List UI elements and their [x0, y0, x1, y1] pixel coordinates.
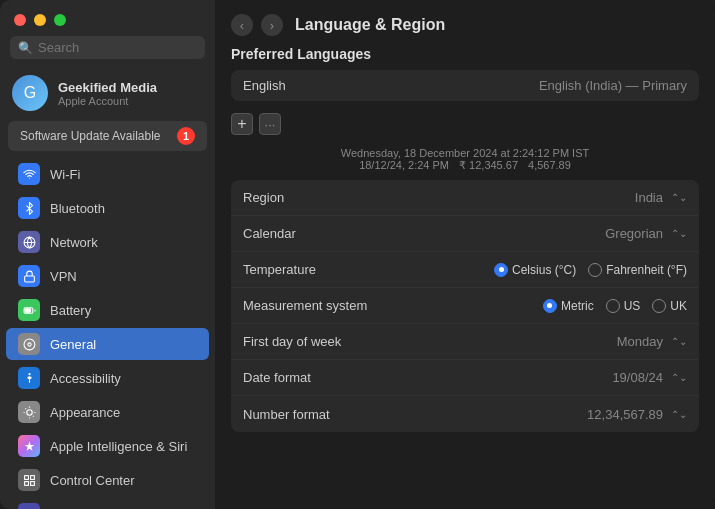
sidebar-item-bluetooth[interactable]: Bluetooth — [6, 192, 209, 224]
profile-section[interactable]: G Geekified Media Apple Account — [0, 69, 215, 117]
appearance-icon — [18, 401, 40, 423]
radio-option[interactable]: US — [606, 299, 641, 313]
languages-card: English English (India) — Primary — [231, 70, 699, 101]
sidebar-item-vpn[interactable]: VPN — [6, 260, 209, 292]
radio-option[interactable]: Fahrenheit (°F) — [588, 263, 687, 277]
sidebar-item-label-control: Control Center — [50, 473, 135, 488]
setting-label: Measurement system — [243, 298, 367, 313]
radio-group: Celsius (°C)Fahrenheit (°F) — [494, 263, 687, 277]
minimize-button[interactable] — [34, 14, 46, 26]
radio-selected[interactable] — [494, 263, 508, 277]
setting-dropdown-value: 12,34,567.89 — [587, 407, 663, 422]
setting-row-number-format[interactable]: Number format12,34,567.89⌃⌄ — [231, 396, 699, 432]
add-language-button[interactable]: + — [231, 113, 253, 135]
setting-row-region[interactable]: RegionIndia⌃⌄ — [231, 180, 699, 216]
profile-text: Geekified Media Apple Account — [58, 80, 157, 107]
sidebar-item-accessibility[interactable]: Accessibility — [6, 362, 209, 394]
svg-rect-15 — [30, 475, 34, 479]
update-badge: 1 — [177, 127, 195, 145]
sidebar-item-battery[interactable]: Battery — [6, 294, 209, 326]
radio-label: Metric — [561, 299, 594, 313]
sidebar-item-label-wifi: Wi-Fi — [50, 167, 80, 182]
radio-option[interactable]: Celsius (°C) — [494, 263, 576, 277]
radio-unselected[interactable] — [606, 299, 620, 313]
datetime-bar: Wednesday, 18 December 2024 at 2:24:12 P… — [231, 141, 699, 180]
sidebar-item-control[interactable]: Control Center — [6, 464, 209, 496]
setting-value: MetricUSUK — [543, 299, 687, 313]
svg-line-10 — [25, 408, 26, 409]
svg-point-6 — [28, 373, 30, 375]
sidebar-item-wifi[interactable]: Wi-Fi — [6, 158, 209, 190]
sidebar-item-ai[interactable]: Apple Intelligence & Siri — [6, 430, 209, 462]
radio-group: MetricUSUK — [543, 299, 687, 313]
setting-label: Date format — [243, 370, 311, 385]
search-input[interactable] — [38, 40, 197, 55]
close-button[interactable] — [14, 14, 26, 26]
radio-label: UK — [670, 299, 687, 313]
setting-row-calendar[interactable]: CalendarGregorian⌃⌄ — [231, 216, 699, 252]
datetime-date: 18/12/24, 2:24 PM — [359, 159, 449, 172]
setting-dropdown-value: Monday — [617, 334, 663, 349]
sidebar-item-label-ai: Apple Intelligence & Siri — [50, 439, 187, 454]
setting-label: Number format — [243, 407, 330, 422]
setting-row-date-format[interactable]: Date format19/08/24⌃⌄ — [231, 360, 699, 396]
traffic-lights — [0, 0, 215, 36]
setting-row-temperature[interactable]: TemperatureCelsius (°C)Fahrenheit (°F) — [231, 252, 699, 288]
radio-label: US — [624, 299, 641, 313]
sidebar-item-label-battery: Battery — [50, 303, 91, 318]
radio-unselected[interactable] — [588, 263, 602, 277]
accessibility-icon — [18, 367, 40, 389]
setting-value: 12,34,567.89⌃⌄ — [587, 407, 687, 422]
page-title: Language & Region — [295, 16, 445, 34]
forward-button[interactable]: › — [261, 14, 283, 36]
main-header: ‹ › Language & Region — [215, 0, 715, 46]
setting-value: 19/08/24⌃⌄ — [612, 370, 687, 385]
chevron-down-icon: ⌃⌄ — [671, 228, 687, 239]
datetime-main: Wednesday, 18 December 2024 at 2:24:12 P… — [231, 147, 699, 159]
setting-row-first-day-of-week[interactable]: First day of weekMonday⌃⌄ — [231, 324, 699, 360]
radio-option[interactable]: UK — [652, 299, 687, 313]
fullscreen-button[interactable] — [54, 14, 66, 26]
datetime-number: 4,567.89 — [528, 159, 571, 172]
setting-row-measurement-system[interactable]: Measurement systemMetricUSUK — [231, 288, 699, 324]
update-label: Software Update Available — [20, 129, 171, 143]
chevron-down-icon: ⌃⌄ — [671, 192, 687, 203]
sidebar-item-label-bluetooth: Bluetooth — [50, 201, 105, 216]
datetime-currency: ₹ 12,345.67 — [459, 159, 518, 172]
setting-value: Celsius (°C)Fahrenheit (°F) — [494, 263, 687, 277]
language-name: English — [243, 78, 286, 93]
remove-language-button[interactable]: ··· — [259, 113, 281, 135]
sidebar-item-label-accessibility: Accessibility — [50, 371, 121, 386]
profile-name: Geekified Media — [58, 80, 157, 95]
update-banner[interactable]: Software Update Available 1 — [8, 121, 207, 151]
back-button[interactable]: ‹ — [231, 14, 253, 36]
ai-icon — [18, 435, 40, 457]
vpn-icon — [18, 265, 40, 287]
chevron-down-icon: ⌃⌄ — [671, 409, 687, 420]
settings-card: RegionIndia⌃⌄CalendarGregorian⌃⌄Temperat… — [231, 180, 699, 432]
sidebar-item-network[interactable]: Network — [6, 226, 209, 258]
language-row: English English (India) — Primary — [231, 70, 699, 101]
search-bar[interactable]: 🔍 — [10, 36, 205, 59]
preferred-languages-title: Preferred Languages — [231, 46, 699, 62]
svg-rect-2 — [24, 275, 34, 281]
sidebar-item-dock[interactable]: Desktop & Dock — [6, 498, 209, 509]
radio-selected[interactable] — [543, 299, 557, 313]
sidebar-item-general[interactable]: General — [6, 328, 209, 360]
setting-dropdown-value: 19/08/24 — [612, 370, 663, 385]
battery-icon — [18, 299, 40, 321]
sidebar-item-appearance[interactable]: Appearance — [6, 396, 209, 428]
radio-unselected[interactable] — [652, 299, 666, 313]
sidebar-item-label-network: Network — [50, 235, 98, 250]
main-panel: ‹ › Language & Region Preferred Language… — [215, 0, 715, 509]
sidebar: 🔍 G Geekified Media Apple Account Softwa… — [0, 0, 215, 509]
bluetooth-icon — [18, 197, 40, 219]
svg-rect-14 — [24, 475, 28, 479]
setting-value: Gregorian⌃⌄ — [605, 226, 687, 241]
datetime-sub: 18/12/24, 2:24 PM ₹ 12,345.67 4,567.89 — [231, 159, 699, 172]
radio-label: Fahrenheit (°F) — [606, 263, 687, 277]
svg-point-7 — [26, 409, 31, 414]
radio-label: Celsius (°C) — [512, 263, 576, 277]
radio-option[interactable]: Metric — [543, 299, 594, 313]
svg-rect-17 — [30, 481, 34, 485]
